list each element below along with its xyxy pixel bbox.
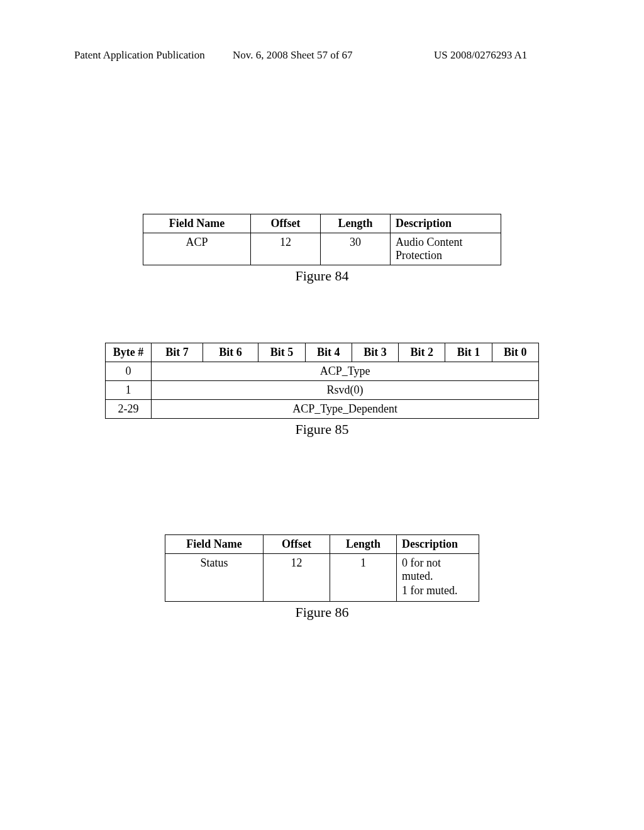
figure-85-table: Byte # Bit 7 Bit 6 Bit 5 Bit 4 Bit 3 Bit… [105, 343, 539, 419]
col-length: Length [321, 214, 391, 233]
cell-description: 0 for not muted. 1 for muted. [397, 554, 479, 602]
figure-85-caption: Figure 85 [0, 421, 644, 438]
table-row: ACP 12 30 Audio Content Protection [143, 233, 501, 265]
cell-byte: 1 [106, 381, 152, 400]
figure-85: Byte # Bit 7 Bit 6 Bit 5 Bit 4 Bit 3 Bit… [0, 343, 644, 438]
cell-description: Audio Content Protection [391, 233, 501, 265]
col-bit7: Bit 7 [152, 343, 203, 362]
cell-field-name: ACP [143, 233, 251, 265]
col-bit2: Bit 2 [399, 343, 445, 362]
cell-span: ACP_Type_Dependent [152, 400, 539, 419]
table-header-row: Field Name Offset Length Description [143, 214, 501, 233]
col-bit1: Bit 1 [445, 343, 492, 362]
desc-line-1: 0 for not muted. [402, 556, 472, 584]
col-offset: Offset [251, 214, 321, 233]
col-bit4: Bit 4 [305, 343, 352, 362]
cell-offset: 12 [251, 233, 321, 265]
col-bit3: Bit 3 [352, 343, 398, 362]
cell-length: 30 [321, 233, 391, 265]
col-bit0: Bit 0 [492, 343, 538, 362]
table-row: 0 ACP_Type [106, 362, 539, 381]
col-description: Description [397, 535, 479, 554]
col-bit6: Bit 6 [203, 343, 258, 362]
figure-86-table: Field Name Offset Length Description Sta… [165, 534, 479, 602]
cell-span: Rsvd(0) [152, 381, 539, 400]
figure-84-caption: Figure 84 [0, 268, 644, 284]
cell-field-name: Status [165, 554, 264, 602]
figure-86: Field Name Offset Length Description Sta… [0, 534, 644, 621]
header-right: US 2008/0276293 A1 [434, 49, 527, 62]
figure-86-caption: Figure 86 [0, 604, 644, 621]
figure-84: Field Name Offset Length Description ACP… [0, 214, 644, 284]
col-field-name: Field Name [143, 214, 251, 233]
header-center: Nov. 6, 2008 Sheet 57 of 67 [233, 49, 353, 62]
table-header-row: Byte # Bit 7 Bit 6 Bit 5 Bit 4 Bit 3 Bit… [106, 343, 539, 362]
desc-line-2: 1 for muted. [402, 584, 472, 599]
figure-84-table: Field Name Offset Length Description ACP… [143, 214, 501, 265]
cell-byte: 0 [106, 362, 152, 381]
table-header-row: Field Name Offset Length Description [165, 535, 479, 554]
col-offset: Offset [264, 535, 330, 554]
table-row: 1 Rsvd(0) [106, 381, 539, 400]
cell-byte: 2-29 [106, 400, 152, 419]
col-byte: Byte # [106, 343, 152, 362]
col-field-name: Field Name [165, 535, 264, 554]
cell-offset: 12 [264, 554, 330, 602]
col-length: Length [330, 535, 397, 554]
table-row: Status 12 1 0 for not muted. 1 for muted… [165, 554, 479, 602]
cell-length: 1 [330, 554, 397, 602]
col-bit5: Bit 5 [258, 343, 305, 362]
table-row: 2-29 ACP_Type_Dependent [106, 400, 539, 419]
header-left: Patent Application Publication [74, 49, 205, 62]
cell-span: ACP_Type [152, 362, 539, 381]
col-description: Description [391, 214, 501, 233]
